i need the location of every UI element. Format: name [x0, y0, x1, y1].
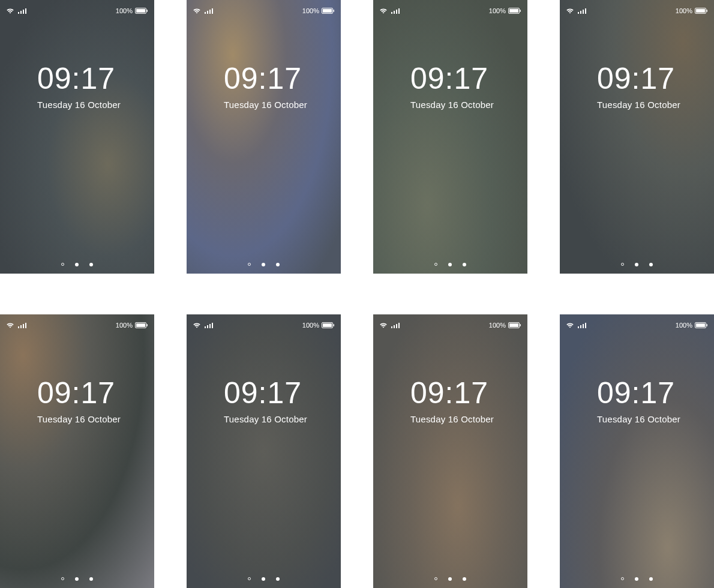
page-dot[interactable]: [61, 577, 64, 580]
lockscreen-5[interactable]: 100%09:17Tuesday 16 October: [0, 314, 154, 588]
page-dot[interactable]: [635, 577, 638, 581]
page-dot[interactable]: [463, 263, 466, 266]
signal-icon: [18, 8, 26, 14]
page-dot[interactable]: [248, 263, 251, 266]
lockscreen-time: 09:17: [224, 64, 307, 94]
page-indicator[interactable]: [187, 263, 341, 266]
svg-rect-6: [147, 10, 148, 12]
page-dot[interactable]: [248, 577, 251, 580]
battery-icon: [135, 322, 148, 328]
lockscreen-date: Tuesday 16 October: [224, 100, 307, 110]
svg-rect-47: [509, 323, 518, 327]
clock-block: 09:17Tuesday 16 October: [37, 378, 121, 424]
svg-rect-28: [18, 326, 19, 328]
lockscreen-4[interactable]: 100%09:17Tuesday 16 October: [560, 0, 714, 274]
svg-rect-13: [334, 10, 335, 12]
svg-rect-20: [520, 10, 521, 12]
svg-rect-8: [207, 11, 208, 14]
svg-rect-3: [25, 8, 26, 14]
signal-icon: [391, 322, 400, 328]
svg-rect-12: [323, 9, 332, 13]
svg-rect-33: [136, 323, 145, 327]
svg-rect-21: [578, 12, 579, 14]
page-dot[interactable]: [463, 577, 466, 581]
page-dot[interactable]: [448, 263, 452, 266]
status-bar: 100%: [379, 320, 521, 330]
lockscreen-date: Tuesday 16 October: [410, 100, 494, 110]
svg-rect-19: [509, 9, 518, 13]
lockscreen-3[interactable]: 100%09:17Tuesday 16 October: [373, 0, 527, 274]
svg-rect-52: [585, 323, 586, 328]
page-dot[interactable]: [89, 577, 93, 581]
svg-rect-7: [205, 12, 206, 14]
page-dot[interactable]: [621, 577, 624, 580]
page-indicator[interactable]: [0, 263, 154, 266]
lockscreen-time: 09:17: [410, 378, 494, 408]
svg-rect-42: [391, 326, 392, 328]
page-indicator[interactable]: [187, 577, 341, 581]
svg-rect-31: [25, 323, 26, 328]
page-indicator[interactable]: [0, 577, 154, 581]
svg-rect-49: [578, 326, 579, 328]
lockscreen-7[interactable]: 100%09:17Tuesday 16 October: [373, 314, 527, 588]
lockscreen-6[interactable]: 100%09:17Tuesday 16 October: [187, 314, 341, 588]
svg-rect-15: [394, 11, 395, 14]
page-indicator[interactable]: [373, 263, 527, 266]
battery-icon: [135, 8, 148, 14]
battery-icon: [322, 8, 335, 14]
wifi-icon: [379, 322, 388, 328]
page-dot[interactable]: [75, 577, 79, 581]
svg-rect-37: [209, 324, 211, 328]
page-dot[interactable]: [61, 263, 64, 266]
page-dot[interactable]: [448, 577, 452, 581]
lockscreen-1[interactable]: 100%09:17Tuesday 16 October: [0, 0, 154, 274]
lockscreen-date: Tuesday 16 October: [37, 100, 121, 110]
page-dot[interactable]: [649, 263, 653, 266]
svg-rect-34: [147, 324, 148, 326]
page-dot[interactable]: [434, 577, 437, 580]
svg-rect-24: [585, 8, 586, 14]
lockscreen-8[interactable]: 100%09:17Tuesday 16 October: [560, 314, 714, 588]
battery-icon: [695, 8, 708, 14]
lockscreen-date: Tuesday 16 October: [37, 414, 121, 424]
page-dot[interactable]: [262, 577, 265, 581]
page-indicator[interactable]: [560, 263, 714, 266]
status-bar: 100%: [193, 6, 335, 16]
status-bar: 100%: [6, 6, 148, 16]
svg-rect-40: [323, 323, 332, 327]
page-indicator[interactable]: [560, 577, 714, 581]
battery-percentage: 100%: [116, 7, 133, 14]
page-dot[interactable]: [75, 263, 79, 266]
page-dot[interactable]: [621, 263, 624, 266]
page-dot[interactable]: [434, 263, 437, 266]
lockscreen-time: 09:17: [224, 378, 307, 408]
signal-icon: [205, 322, 213, 328]
signal-icon: [578, 322, 586, 328]
lockscreen-date: Tuesday 16 October: [597, 100, 680, 110]
battery-icon: [322, 322, 335, 328]
lockscreen-date: Tuesday 16 October: [597, 414, 680, 424]
svg-rect-5: [136, 9, 145, 13]
lockscreen-2[interactable]: 100%09:17Tuesday 16 October: [187, 0, 341, 274]
svg-rect-26: [696, 9, 705, 13]
signal-icon: [391, 8, 400, 14]
page-dot[interactable]: [89, 263, 93, 266]
svg-rect-43: [394, 325, 395, 328]
page-indicator[interactable]: [373, 577, 527, 581]
battery-percentage: 100%: [489, 322, 506, 329]
wifi-icon: [6, 322, 14, 328]
svg-rect-45: [398, 323, 400, 328]
battery-percentage: 100%: [302, 7, 319, 14]
page-dot[interactable]: [649, 577, 653, 581]
page-dot[interactable]: [276, 577, 280, 581]
svg-rect-50: [580, 325, 581, 328]
clock-block: 09:17Tuesday 16 October: [410, 64, 494, 110]
page-dot[interactable]: [262, 263, 265, 266]
page-dot[interactable]: [635, 263, 638, 266]
page-dot[interactable]: [276, 263, 280, 266]
svg-rect-16: [396, 10, 397, 14]
svg-rect-27: [707, 10, 708, 12]
svg-rect-14: [391, 12, 392, 14]
status-bar: 100%: [6, 320, 148, 330]
signal-icon: [578, 8, 586, 14]
